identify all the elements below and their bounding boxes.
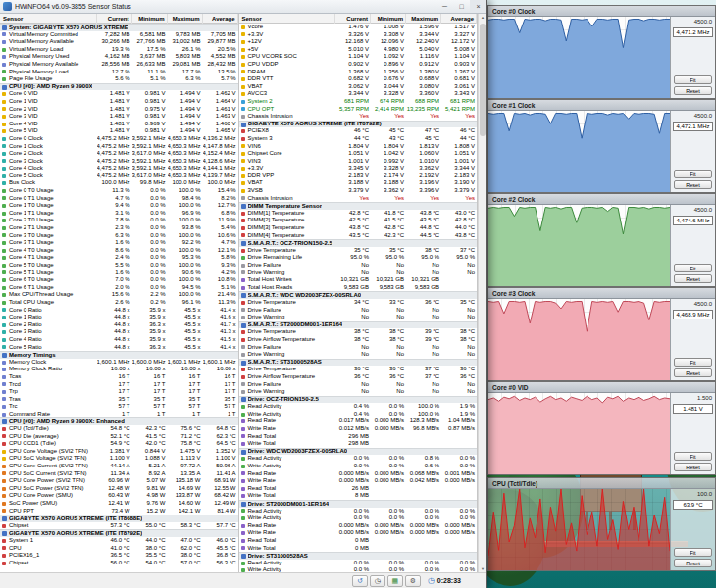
sensor-row[interactable]: CPU SoC Current (SVI2 TFN)11.34 A8.92 A1… [0,470,238,478]
sensor-row[interactable]: Virtual Memory Load19.3 %17.5 %26.1 %20.… [0,46,238,54]
minimize-button[interactable]: ─ [436,0,453,13]
sensor-row[interactable]: Core 0 Ratio44.8 x35.9 x45.5 x41.4 x [0,307,238,315]
section-header-row[interactable]: Drive: OCZ-TRION150-2.5 [239,396,478,404]
sensor-row[interactable]: Virtual Memory Available30,266 MB27,766 … [0,38,238,46]
sensor-row[interactable]: Read Activity0.0 %0.0 %0.0 %0.0 % [239,508,478,515]
sensor-row[interactable]: Chipset Core1.051 V1.042 V1.060 V1.051 V [239,150,478,158]
sensor-row[interactable]: Core 1 T0 Usage9.4 %0.0 %100.0 %12.7 % [0,202,238,210]
sensor-row[interactable]: Core 6 T0 Usage7.0 %0.0 %100.0 %10.8 % [0,276,238,284]
section-header-row[interactable]: System: GIGABYTE X570 AORUS XTREME [0,24,238,31]
settings-button[interactable]: ⚙ [405,575,421,587]
sensor-row[interactable]: Core 2 T0 Usage7.8 %0.0 %100.0 %11.9 % [0,217,238,224]
window-titlebar[interactable]: HWiNFO64 v6.09-3855 Sensor Status ─ □ × [0,0,486,14]
sensor-row[interactable]: Core 1 VID1.481 V0.981 V1.494 V1.464 V [0,98,238,106]
sensor-row[interactable]: Write Rate0.000 MB/s0.000 MB/s0.000 MB/s… [239,529,478,537]
sensor-row[interactable]: CPU VDDP0.902 V0.896 V0.912 V0.903 V [239,61,478,69]
sensor-row[interactable]: Memory Clock Ratio16.00 x16.00 x16.00 x1… [0,366,238,373]
section-header-row[interactable]: GIGABYTE X570 AORUS XTREME (ITE IT8792E) [239,121,478,128]
sensor-row[interactable]: VBAT3.062 V3.044 V3.080 V3.061 V [239,83,478,91]
sensor-row[interactable]: Chassis IntrusionYesYesYesYes [239,113,478,121]
sensor-row[interactable]: Write Total8 MB [239,492,478,500]
sensor-row[interactable]: Total Host Reads9,583 GB9,583 GB9,583 GB [239,284,478,292]
sensor-row[interactable]: Drive Temperature38 °C38 °C39 °C38 °C [239,328,478,336]
sensor-row[interactable]: Physical Memory Used4,162 MB3,637 MB5,80… [0,53,238,61]
sensor-row[interactable]: CPU SoC Power (SVI2 TFN)12.48 W9.81 W14.… [0,485,238,493]
sensor-row[interactable]: Chipset57.3 °C55.0 °C58.3 °C57.7 °C [0,522,238,530]
graph-reset-button[interactable]: Reset [674,274,712,283]
graph-reset-button[interactable]: Reset [674,559,712,567]
sensor-row[interactable]: Write Rate0.000 MB/s0.000 MB/s0.042 MB/s… [239,477,478,485]
sensor-row[interactable]: CPU Core Current (SVI2 TFN)44.14 A5.21 A… [0,463,238,470]
sensor-row[interactable]: Core 3 T1 Usage1.6 %0.0 %92.2 %4.7 % [0,239,238,247]
sensor-row[interactable]: Core 4 Ratio44.8 x35.9 x45.5 x41.5 x [0,336,238,344]
graph-titlebar[interactable]: Core #1 Clock [488,100,715,111]
sensor-row[interactable]: Core 3 VID1.481 V0.981 V1.494 V1.463 V [0,113,238,121]
sensor-row[interactable]: CPU Die (average)52.1 °C41.5 °C71.2 °C62… [0,433,238,441]
sensor-row[interactable]: CPU SoC Voltage (SVI2 TFN)1.100 V1.088 V… [0,455,238,463]
graph-plot[interactable] [488,17,670,98]
sensor-row[interactable]: Tras35 T35 T35 T35 T [0,396,238,404]
sensor-row[interactable]: CPU (Tctl/Tdie)54.8 °C42.3 °C75.6 °C64.8… [0,425,238,433]
sensor-row[interactable]: Drive Temperature35 °C35 °C38 °C37 °C [239,247,478,255]
sensor-row[interactable]: Read Total26 MB [239,485,478,493]
section-header-row[interactable]: S.M.A.R.T.: ST2000DM001-1ER164 [239,321,478,329]
section-header-row[interactable]: S.M.A.R.T.: WDC WD2003FZEX-00SRLA0 [239,291,478,299]
section-header-row[interactable]: CPU [#0]: AMD Ryzen 9 3900X [0,83,238,91]
section-header-row[interactable]: Drive: WDC WD2003FZEX-00SRLA0 [239,448,478,456]
section-header-row[interactable]: S.M.A.R.T.: OCZ-TRION150-2.5 [239,239,478,247]
sensor-row[interactable]: Drive FailureNoNoNoNo [239,262,478,270]
section-header-row[interactable]: GIGABYTE X570 AORUS XTREME (ITE IT8688E) [0,514,238,522]
sensor-row[interactable]: Core 3 Clock4,475.2 MHz3,592.1 MHz4,650.… [0,158,238,166]
sensor-row[interactable]: Trcd17 T17 T17 T17 T [0,381,238,389]
sensor-row[interactable]: Drive Airflow Temperature38 °C38 °C39 °C… [239,336,478,344]
sensor-row[interactable]: CPU41.0 °C38.0 °C62.0 °C45.5 °C [0,545,238,553]
sensor-row[interactable]: Core 5 Ratio44.8 x36.3 x45.5 x41.4 x [0,344,238,352]
sensor-row[interactable]: +3.3V3.326 V3.308 V3.344 V3.327 V [239,31,478,39]
graph-plot[interactable] [488,299,670,380]
sensor-row[interactable]: VIN61.804 V1.804 V1.813 V1.808 V [239,143,478,151]
sensor-row[interactable]: System 146.0 °C44.0 °C47.0 °C46.0 °C [0,537,238,545]
sensor-row[interactable]: Core 2 VID1.481 V0.975 V1.494 V1.461 V [0,106,238,114]
sensor-row[interactable]: Drive Temperature34 °C33 °C36 °C35 °C [239,299,478,307]
scroll-down-icon[interactable]: ▼ [479,566,486,571]
graph-plot[interactable] [488,489,670,570]
sensor-row[interactable]: Drive WarningNoNoNoNo [239,388,478,396]
graph-fit-button[interactable]: Fit [674,452,712,461]
graph-fit-button[interactable]: Fit [674,170,712,178]
sensor-row[interactable]: Core 2 Clock4,475.2 MHz3,617.0 MHz4,650.… [0,150,238,158]
sensor-row[interactable]: Memory Clock1,600.1 MHz1,600.0 MHz1,600.… [0,359,238,367]
section-header-row[interactable]: DIMM Temperature Sensor [239,202,478,210]
sensor-row[interactable]: CPU Core Voltage (SVI2 TFN)1.381 V0.844 … [0,448,238,456]
sensor-row[interactable]: Read Activity0.4 %0.0 %100.0 %1.9 % [239,403,478,411]
sensor-row[interactable]: Command Rate1 T1 T1 T1 T [0,411,238,418]
graph-titlebar[interactable]: CPU (Tctl/Tdie) [488,478,715,489]
sensor-row[interactable]: Write Activity0.0 %0.0 %0.0 %0.0 % [239,514,478,522]
sensor-row[interactable]: Drive WarningNoNoNoNo [239,351,478,359]
maximize-button[interactable]: □ [453,0,470,13]
graph-fit-button[interactable]: Fit [674,548,712,557]
sensor-row[interactable]: System 344 °C43 °C45 °C44 °C [239,135,478,143]
graph-plot[interactable] [488,205,670,286]
sensor-row[interactable]: Drive FailureNoNoNoNo [239,344,478,352]
section-header-row[interactable]: S.M.A.R.T.: ST31000528AS [239,359,478,367]
sensor-row[interactable]: Virtual Memory Committed7,282 MB6,581 MB… [0,31,238,39]
sensor-row[interactable]: CPU CCD1 (Tdie)54.9 °C42.0 °C75.8 °C64.5… [0,440,238,448]
section-header-row[interactable]: GIGABYTE X570 AORUS XTREME (ITE IT8792E) [0,529,238,537]
sensor-row[interactable]: DIMM[3] Temperature43.8 °C42.8 °C44.8 °C… [239,224,478,232]
graph-fit-button[interactable]: Fit [674,264,712,272]
sensor-row[interactable]: Core 6 T1 Usage2.0 %0.0 %94.5 %5.1 % [0,284,238,292]
sensor-row[interactable]: Core 5 T1 Usage1.6 %0.0 %90.6 %4.2 % [0,270,238,277]
sensor-row[interactable]: Core 5 Clock4,475.2 MHz3,617.0 MHz4,650.… [0,172,238,180]
sensor-row[interactable]: Trc57 T57 T57 T57 T [0,403,238,411]
sensor-row[interactable]: Read Rate0.000 MB/s0.000 MB/s0.068 MB/s0… [239,470,478,478]
section-header-row[interactable]: Memory Timings [0,351,238,359]
sensor-row[interactable]: +3.3V3.345 V3.328 V3.362 V3.344 V [239,165,478,172]
sensor-row[interactable]: Core 3 Ratio44.8 x35.9 x45.5 x41.3 x [0,328,238,336]
sensor-row[interactable]: System 2681 RPM674 RPM688 RPM681 RPM [239,98,478,106]
sensor-row[interactable]: CPU PPT73.4 W15.2 W142.1 W81.4 W [0,508,238,515]
sensor-row[interactable]: Core 5 VID1.481 V0.981 V1.494 V1.465 V [0,127,238,135]
logging-button[interactable]: ▦ [387,575,403,587]
sensor-row[interactable]: Total CPU Usage2.6 %0.2 %96.1 %11.3 % [0,299,238,307]
graph-reset-button[interactable]: Reset [674,463,712,471]
sensor-row[interactable]: Read Activity0.0 %0.0 %0.0 %0.0 % [239,560,478,567]
